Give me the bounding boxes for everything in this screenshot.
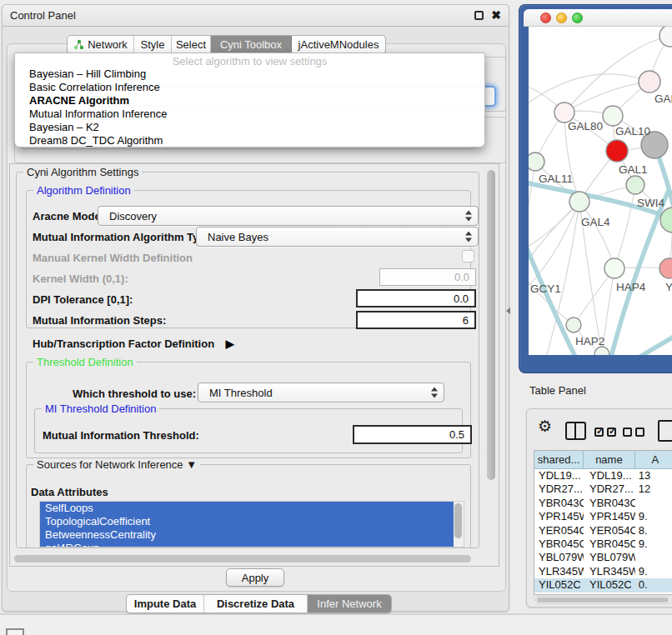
node-label: HAP2 — [575, 335, 604, 348]
stepper-icon — [465, 232, 472, 242]
tab-cyni-toolbox[interactable]: Cyni Toolbox — [211, 36, 292, 53]
network-canvas[interactable]: GALGAL80GAL10GAL1GAL11SWI4GAL4GCY1HAP4YH… — [529, 27, 672, 355]
data-attributes-list[interactable]: SelfLoopsTopologicalCoefficientBetweenne… — [39, 501, 464, 548]
algorithm-option[interactable]: Mutual Information Inference — [15, 108, 484, 121]
attribute-item[interactable]: SelfLoops — [40, 502, 455, 515]
hub-definition-toggle[interactable]: Hub/Transcription Factor Definition ▶ — [33, 338, 234, 350]
table-horizontal-scrollbar[interactable] — [535, 596, 672, 604]
settings-vertical-scrollbar[interactable] — [485, 165, 498, 550]
table-cell: YER054C — [534, 524, 584, 538]
minimize-button[interactable] — [556, 12, 567, 23]
which-threshold-select[interactable]: MI Threshold — [198, 382, 444, 402]
network-edge[interactable] — [614, 185, 635, 268]
network-node-hap4[interactable] — [604, 258, 624, 278]
table-row[interactable]: YDR27...YDR27...12 — [534, 482, 672, 496]
close-button[interactable] — [540, 12, 551, 23]
attribute-item[interactable]: gal4RGexp — [40, 542, 455, 548]
mi-threshold-input[interactable]: 0.5 — [353, 425, 472, 444]
network-node[interactable] — [659, 27, 672, 47]
table-cell: YBR043C — [584, 497, 635, 510]
tab-label: Network — [88, 38, 128, 51]
attribute-item[interactable]: TopologicalCoefficient — [40, 515, 455, 528]
column-layout-icon[interactable] — [565, 422, 586, 440]
select-all-icon[interactable] — [594, 428, 616, 437]
column-header[interactable]: A — [635, 451, 672, 469]
algorithm-option[interactable]: Basic Correlation Inference — [15, 81, 484, 94]
network-edge[interactable] — [635, 333, 672, 355]
table-row[interactable]: YBL079WYBL079W — [534, 551, 672, 564]
network-edge[interactable] — [529, 162, 535, 227]
network-node[interactable] — [594, 347, 609, 355]
gear-icon[interactable]: ⚙ — [538, 417, 552, 436]
network-node-gal10[interactable] — [603, 106, 623, 126]
float-panel-icon[interactable] — [474, 11, 484, 20]
tab-style[interactable]: Style — [134, 36, 172, 53]
manual-kernel-checkbox[interactable] — [462, 250, 474, 262]
column-header[interactable]: name — [584, 451, 635, 469]
network-edge[interactable] — [529, 202, 579, 272]
table-cell: YDR27... — [584, 482, 635, 496]
network-edge[interactable] — [529, 74, 649, 106]
node-label: GAL — [654, 92, 672, 105]
network-node-y[interactable] — [659, 258, 672, 278]
network-node-swi4[interactable] — [626, 176, 644, 194]
algorithm-dropdown-popup: Select algorithm to view settings Bayesi… — [14, 52, 485, 148]
table-body: YDL19...YDL19...13YDR27...YDR27...12YBR0… — [534, 469, 672, 592]
algorithm-option[interactable]: Bayesian – Hill Climbing — [15, 68, 484, 81]
node-label: GAL4 — [581, 216, 610, 228]
mi-steps-value: 6 — [463, 314, 469, 327]
table-row[interactable]: YLR345WYLR345W9. — [534, 565, 672, 578]
minimized-panel-icon[interactable] — [6, 628, 24, 635]
tab-select[interactable]: Select — [172, 36, 211, 53]
attribute-item[interactable]: BetweennessCentrality — [40, 528, 455, 542]
mi-steps-input[interactable]: 6 — [356, 311, 476, 329]
table-row[interactable]: YDL19...YDL19...13 — [534, 469, 672, 482]
zoom-button[interactable] — [572, 12, 583, 23]
new-table-icon[interactable] — [658, 420, 672, 442]
settings-horizontal-scrollbar[interactable] — [13, 554, 479, 564]
dpi-tolerance-label: DPI Tolerance [0,1]: — [33, 293, 133, 306]
attributes-scrollbar[interactable] — [454, 502, 464, 547]
aracne-mode-select[interactable]: Discovery — [98, 206, 479, 226]
algorithm-option[interactable]: ARACNE Algorithm — [15, 94, 484, 108]
dpi-tolerance-input[interactable]: 0.0 — [356, 289, 476, 308]
aracne-mode-label: Aracne Mode: — [33, 210, 104, 222]
close-icon[interactable]: ✖ — [491, 11, 501, 20]
tab-impute-data[interactable]: Impute Data — [127, 595, 204, 612]
tab-label: Impute Data — [134, 598, 196, 610]
deselect-all-icon[interactable] — [623, 428, 644, 437]
kernel-width-input[interactable]: 0.0 — [379, 268, 476, 286]
tab-label: Select — [176, 38, 206, 51]
tab-jactivemnodules[interactable]: jActiveMNodules — [292, 36, 385, 53]
node-table[interactable]: shared...nameA YDL19...YDL19...13YDR27..… — [534, 450, 672, 595]
table-cell — [635, 497, 672, 510]
split-divider-arrow-icon[interactable] — [506, 308, 510, 314]
algorithm-definition-title: Algorithm Definition — [33, 184, 134, 197]
network-window-titlebar — [524, 9, 672, 27]
panel-title: Control Panel — [10, 9, 76, 22]
algorithm-option[interactable]: Bayesian – K2 — [15, 121, 484, 134]
network-edge[interactable] — [579, 202, 614, 268]
network-node-gal[interactable] — [639, 71, 660, 92]
network-node-gal4[interactable] — [569, 192, 589, 212]
apply-button[interactable]: Apply — [226, 568, 284, 587]
network-node-gal11[interactable] — [529, 152, 544, 171]
table-row[interactable]: YPR145WYPR145W9. — [534, 510, 672, 523]
column-header[interactable]: shared... — [534, 451, 584, 469]
which-threshold-label: Which threshold to use: — [73, 388, 196, 400]
tab-network[interactable]: Network — [68, 36, 134, 53]
table-row[interactable]: YIL052CYIL052C0. — [534, 578, 672, 592]
sources-group-toggle[interactable]: Sources for Network Inference ▼ — [33, 458, 200, 471]
tab-discretize-data[interactable]: Discretize Data — [204, 595, 308, 612]
table-row[interactable]: YER054CYER054C8. — [534, 524, 672, 538]
mi-type-select[interactable]: Naive Bayes — [196, 227, 479, 247]
network-node-gal1[interactable] — [606, 140, 628, 162]
table-row[interactable]: YBR043CYBR043C — [534, 497, 672, 510]
algorithm-option[interactable]: Dream8 DC_TDC Algorithm — [15, 134, 484, 148]
table-row[interactable]: YBR045CYBR045C9. — [534, 538, 672, 551]
table-cell: YLR345W — [584, 565, 635, 578]
network-edge[interactable] — [529, 272, 574, 325]
network-node-hap2[interactable] — [566, 318, 581, 332]
tab-infer-network[interactable]: Infer Network — [308, 595, 391, 612]
table-cell: YDL19... — [534, 469, 584, 482]
